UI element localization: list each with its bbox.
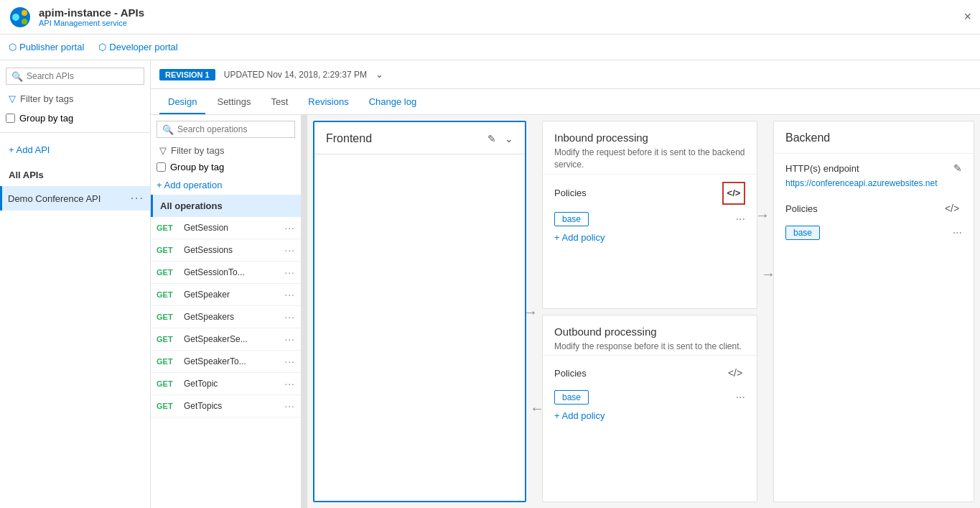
op-item-3[interactable]: GET GetSpeaker ··· — [151, 284, 301, 306]
inbound-arrow-right: → — [755, 206, 770, 223]
outbound-body: Policies </> base ··· + Add policy — [543, 356, 757, 502]
inbound-panel: Inbound processing Modify the request be… — [542, 121, 757, 309]
ops-group-by[interactable]: Group by tag — [157, 162, 295, 172]
app-icon — [9, 6, 32, 29]
title-text: apim-instance - APIs API Management serv… — [39, 6, 144, 27]
backend-code-button[interactable]: </> — [942, 198, 962, 218]
op-item-8[interactable]: GET GetTopics ··· — [151, 395, 301, 417]
http-label: HTTP(s) endpoint — [785, 163, 859, 174]
inbound-more-button[interactable]: ··· — [736, 213, 745, 226]
inbound-add-policy-button[interactable]: + Add policy — [554, 232, 745, 243]
add-api-button[interactable]: + Add API — [6, 142, 144, 158]
all-operations-item[interactable]: All operations — [151, 195, 301, 217]
ops-group-by-checkbox[interactable] — [157, 162, 166, 172]
inbound-base-tag[interactable]: base — [554, 212, 589, 226]
op-name-7: GetTopic — [179, 379, 284, 389]
inbound-code-icon: </> — [727, 188, 741, 198]
op-more-3[interactable]: ··· — [284, 289, 295, 300]
inbound-header: Inbound processing Modify the request be… — [543, 121, 757, 175]
tab-design[interactable]: Design — [159, 91, 205, 114]
ops-search: 🔍 — [157, 121, 295, 138]
op-more-4[interactable]: ··· — [284, 311, 295, 323]
op-item-7[interactable]: GET GetTopic ··· — [151, 373, 301, 395]
top-nav: ⬡ Publisher portal ⬡ Developer portal — [0, 34, 980, 60]
group-by-checkbox[interactable] — [6, 114, 15, 123]
inbound-code-button[interactable]: </> — [722, 182, 745, 205]
op-item-4[interactable]: GET GetSpeakers ··· — [151, 306, 301, 328]
svg-point-1 — [12, 14, 19, 21]
publisher-portal-link[interactable]: ⬡ Publisher portal — [9, 42, 84, 52]
inbound-policies-row: Policies </> — [554, 182, 745, 205]
ops-search-input[interactable] — [157, 121, 295, 138]
frontend-header: Frontend ✎ ⌄ — [314, 122, 525, 154]
outbound-base-tag[interactable]: base — [554, 390, 589, 405]
op-method-4: GET — [157, 313, 179, 321]
backend-header: Backend — [774, 121, 974, 154]
op-more-5[interactable]: ··· — [284, 333, 295, 345]
sidebar-search-input[interactable] — [6, 68, 144, 85]
inbound-base-row: base ··· — [554, 212, 745, 226]
op-more-2[interactable]: ··· — [284, 267, 295, 278]
backend-policies-label: Policies — [785, 203, 818, 214]
outbound-title: Outbound processing — [554, 325, 745, 338]
endpoint-url: https://conferenceapi.azurewebsites.net — [785, 178, 962, 188]
inbound-body: Policies </> base ··· + Add policy — [543, 175, 757, 308]
inbound-desc: Modify the request before it is sent to … — [554, 147, 745, 171]
tab-changelog[interactable]: Change log — [360, 91, 426, 114]
demo-conference-api-item[interactable]: Demo Conference API ··· — [0, 186, 150, 211]
revision-bar: REVISION 1 UPDATED Nov 14, 2018, 2:29:37… — [151, 60, 980, 89]
tab-revisions[interactable]: Revisions — [299, 91, 357, 114]
ops-filter[interactable]: ▽ Filter by tags — [157, 142, 295, 159]
tab-bar: Design Settings Test Revisions Change lo… — [151, 89, 980, 115]
op-item-0[interactable]: GET GetSession ··· — [151, 217, 301, 239]
content-area: REVISION 1 UPDATED Nov 14, 2018, 2:29:37… — [151, 60, 980, 508]
add-operation-button[interactable]: + Add operation — [151, 175, 301, 195]
sidebar-filter-label: Filter by tags — [20, 93, 73, 104]
op-more-8[interactable]: ··· — [284, 400, 295, 412]
frontend-edit-icon[interactable]: ✎ — [487, 133, 496, 144]
close-button[interactable]: × — [963, 9, 971, 24]
ops-filter-icon: ▽ — [159, 145, 167, 156]
link-icon: ⬡ — [9, 42, 17, 52]
ops-scroll-bar[interactable] — [302, 115, 307, 508]
publisher-portal-label: Publisher portal — [19, 42, 84, 52]
op-item-6[interactable]: GET GetSpeakerTo... ··· — [151, 351, 301, 373]
op-item-5[interactable]: GET GetSpeakerSe... ··· — [151, 328, 301, 351]
op-more-6[interactable]: ··· — [284, 356, 295, 367]
op-name-4: GetSpeakers — [179, 312, 284, 322]
outbound-code-button[interactable]: </> — [725, 363, 745, 383]
op-more-7[interactable]: ··· — [284, 378, 295, 389]
op-method-2: GET — [157, 268, 179, 277]
ops-group-by-label: Group by tag — [170, 162, 224, 172]
sidebar-filter[interactable]: ▽ Filter by tags — [6, 91, 144, 107]
ops-search-icon: 🔍 — [162, 124, 174, 135]
backend-policies-row: Policies </> — [785, 198, 962, 218]
revision-chevron[interactable]: ⌄ — [375, 69, 383, 80]
title-bar: apim-instance - APIs API Management serv… — [0, 0, 980, 34]
processing-panels: Inbound processing Modify the request be… — [542, 121, 757, 502]
op-item-2[interactable]: GET GetSessionTo... ··· — [151, 262, 301, 284]
op-item-1[interactable]: GET GetSessions ··· — [151, 239, 301, 262]
outbound-more-button[interactable]: ··· — [736, 391, 745, 404]
svg-point-3 — [22, 19, 27, 24]
api-ellipsis-button[interactable]: ··· — [131, 192, 144, 205]
op-more-1[interactable]: ··· — [284, 244, 295, 256]
tab-settings[interactable]: Settings — [208, 91, 259, 114]
backend-title: Backend — [785, 131, 830, 144]
window-subtitle: API Management service — [39, 19, 144, 27]
tab-test[interactable]: Test — [262, 91, 297, 114]
op-name-3: GetSpeaker — [179, 290, 284, 300]
http-endpoint-row: HTTP(s) endpoint ✎ — [785, 162, 962, 174]
developer-portal-link[interactable]: ⬡ Developer portal — [98, 42, 177, 52]
backend-base-tag[interactable]: base — [785, 226, 820, 240]
backend-edit-icon[interactable]: ✎ — [953, 162, 962, 174]
link-icon-2: ⬡ — [98, 42, 106, 52]
frontend-chevron-icon[interactable]: ⌄ — [505, 133, 513, 144]
backend-more-button[interactable]: ··· — [953, 226, 962, 239]
sidebar-group-by[interactable]: Group by tag — [6, 113, 144, 124]
op-more-0[interactable]: ··· — [284, 222, 295, 234]
frontend-title: Frontend — [326, 132, 372, 145]
arrow-spacer-2 — [763, 121, 767, 502]
outbound-add-policy-button[interactable]: + Add policy — [554, 410, 745, 421]
inbound-add-policy-label: + Add policy — [554, 232, 605, 243]
